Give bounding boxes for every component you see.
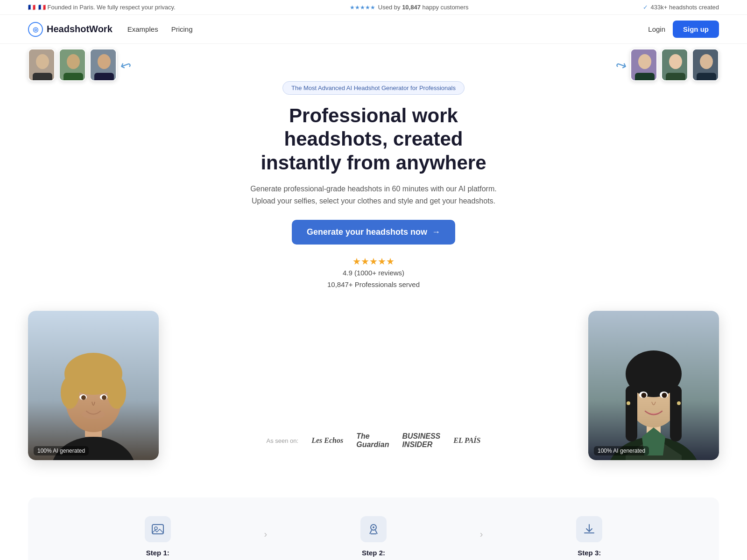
hero-section: ↩ ↩ The Most Advanc	[0, 44, 747, 479]
topbar-center: ★★★★★ Used by 10,847 happy customers	[350, 4, 469, 11]
svg-point-23	[61, 376, 79, 409]
svg-rect-17	[697, 73, 716, 81]
steps-section: Step 1: Upload 10 images of yourself › S…	[28, 497, 719, 560]
press-logo-bi: BUSINESSINSIDER	[402, 432, 440, 449]
step-arrow-2: ›	[475, 529, 488, 539]
press-logo-echos: Les Echos	[311, 436, 343, 445]
hero-title: Professional work headshots, created ins…	[243, 104, 504, 175]
thumbs-right: ↩	[616, 49, 719, 81]
hero-photo-female: 100% AI generated	[588, 311, 719, 460]
hero-spacer: As seen on: Les Echos TheGuardian BUSINE…	[177, 311, 570, 449]
svg-point-1	[36, 54, 49, 69]
hero-reviews: ★★★★★ 4.9 (1000+ reviews)	[243, 256, 504, 277]
svg-rect-43	[152, 525, 163, 534]
svg-rect-35	[626, 385, 637, 441]
svg-rect-11	[635, 73, 655, 81]
thumb-male-1	[28, 49, 55, 81]
svg-rect-14	[666, 73, 685, 81]
nav-link-examples[interactable]: Examples	[127, 25, 158, 33]
logo[interactable]: ◎ HeadshotWork	[28, 22, 113, 37]
signup-button[interactable]: Sign up	[673, 21, 719, 38]
hero-center: The Most Advanced AI Headshot Generator …	[233, 53, 514, 301]
thumbs-left: ↩	[28, 49, 131, 81]
svg-point-46	[373, 526, 374, 528]
step-3-title: Step 3:	[487, 549, 691, 557]
logo-icon: ◎	[28, 22, 43, 37]
navbar: ◎ HeadshotWork Examples Pricing Login Si…	[0, 15, 747, 44]
step-2: Step 2: AI model generates headshots	[272, 516, 475, 560]
svg-rect-8	[94, 73, 114, 81]
ai-label-right: 100% AI generated	[594, 446, 649, 455]
svg-point-7	[98, 54, 111, 69]
arrow-curve-left: ↩	[118, 56, 134, 74]
thumb-male-2	[59, 49, 86, 81]
svg-rect-2	[33, 73, 52, 81]
logo-text: HeadshotWork	[47, 24, 113, 35]
stars-row: ★★★★★	[243, 256, 504, 267]
thumb-female-1	[630, 49, 657, 81]
served-text: 10,847+ Professionals served	[243, 280, 504, 288]
step-2-icon	[360, 516, 387, 542]
hero-images-row: 100% AI generated As seen on: Les Echos …	[0, 311, 747, 460]
svg-rect-36	[670, 385, 682, 441]
cta-button[interactable]: Generate your headshots now →	[292, 220, 455, 245]
hero-description: Generate professional-grade headshots in…	[243, 183, 504, 207]
step-1-title: Step 1:	[56, 549, 260, 557]
ai-label-left: 100% AI generated	[34, 446, 89, 455]
topbar-left-text: 🇫🇷 Founded in Paris. We fully respect yo…	[38, 4, 176, 11]
checkmark-icon: ✓	[643, 4, 648, 11]
cta-label: Generate your headshots now	[307, 227, 427, 237]
thumb-male-3	[90, 49, 117, 81]
svg-point-41	[627, 401, 630, 405]
as-seen-label: As seen on:	[267, 437, 299, 444]
as-seen-row: As seen on: Les Echos TheGuardian BUSINE…	[177, 432, 570, 449]
login-button[interactable]: Login	[648, 25, 665, 33]
topbar: 🇫🇷 🇫🇷 Founded in Paris. We fully respect…	[0, 0, 747, 15]
hero-badge: The Most Advanced AI Headshot Generator …	[282, 81, 465, 95]
arrow-icon: →	[432, 227, 440, 237]
nav-left: ◎ HeadshotWork Examples Pricing	[28, 22, 192, 37]
svg-point-42	[677, 401, 681, 405]
topbar-center-text: Used by 10,847 happy customers	[378, 4, 469, 11]
svg-point-44	[155, 527, 157, 530]
stars-icon: ★★★★★	[350, 4, 375, 11]
svg-point-39	[641, 393, 647, 398]
svg-point-40	[662, 393, 667, 398]
topbar-left: 🇫🇷 🇫🇷 Founded in Paris. We fully respect…	[28, 4, 176, 11]
topbar-right-text: 433k+ headshots created	[651, 4, 719, 11]
svg-rect-5	[63, 73, 83, 81]
nav-links: Examples Pricing	[127, 25, 193, 33]
svg-point-28	[102, 395, 106, 400]
step-1: Step 1: Upload 10 images of yourself	[56, 516, 260, 560]
step-1-icon	[145, 516, 171, 542]
nav-link-pricing[interactable]: Pricing	[171, 25, 193, 33]
hero-photo-male: 100% AI generated	[28, 311, 159, 460]
press-logo-elpais: EL PAÍS	[453, 436, 480, 445]
step-3-icon	[576, 516, 602, 542]
svg-point-16	[700, 54, 713, 69]
flag-icon: 🇫🇷	[28, 4, 35, 11]
step-2-title: Step 2:	[272, 549, 475, 557]
thumb-female-2	[661, 49, 688, 81]
review-text: 4.9 (1000+ reviews)	[243, 269, 504, 277]
svg-point-29	[82, 410, 105, 419]
svg-point-13	[669, 54, 682, 69]
svg-point-24	[107, 376, 126, 409]
svg-point-27	[81, 395, 86, 400]
press-logo-guardian: TheGuardian	[356, 432, 389, 449]
topbar-right: ✓ 433k+ headshots created	[643, 4, 719, 11]
step-3: Step 3: Download your headshots	[487, 516, 691, 560]
svg-point-4	[67, 54, 80, 69]
step-arrow-1: ›	[260, 529, 272, 539]
nav-right: Login Sign up	[648, 21, 719, 38]
svg-point-10	[638, 54, 651, 69]
arrow-curve-right: ↩	[613, 56, 629, 74]
thumb-female-3	[692, 49, 719, 81]
